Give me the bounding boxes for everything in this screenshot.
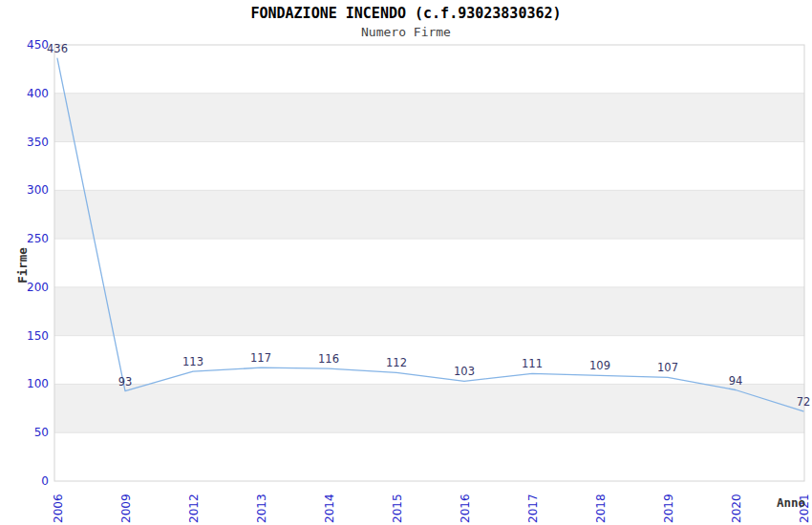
- data-point-label: 117: [250, 351, 271, 365]
- data-point-label: 72: [797, 395, 811, 409]
- data-point-label: 107: [657, 361, 678, 374]
- x-tick-label: 2018: [594, 494, 608, 523]
- y-tick-label: 50: [34, 426, 49, 439]
- y-axis-title: Firme: [15, 247, 30, 284]
- chart-page: { "chart_data": { "type": "line", "title…: [0, 0, 812, 525]
- x-tick-label: 2017: [526, 494, 540, 523]
- data-point-label: 436: [47, 42, 68, 55]
- data-point-label: 94: [729, 374, 743, 388]
- y-tick-label: 350: [27, 136, 49, 149]
- x-tick-label: 2019: [662, 494, 675, 523]
- x-tick-label: 2009: [119, 494, 133, 523]
- x-axis-tick-group: 2006200920122013201420152016201720182019…: [52, 494, 811, 523]
- x-tick-label: 2014: [323, 494, 336, 523]
- background-band: [54, 287, 804, 336]
- y-tick-label: 0: [41, 474, 49, 488]
- x-axis-title: Anno: [777, 495, 805, 510]
- x-tick-label: 2016: [459, 494, 472, 523]
- x-tick-label: 2013: [255, 494, 268, 523]
- data-point-label: 111: [522, 357, 543, 370]
- data-point-label: 109: [589, 359, 610, 372]
- data-point-label: 113: [182, 355, 203, 368]
- y-axis-tick-group: 050100150200250300350400450: [27, 38, 49, 488]
- x-tick-label: 2006: [52, 494, 65, 523]
- data-point-label: 112: [386, 356, 407, 369]
- y-tick-label: 150: [27, 329, 49, 343]
- y-tick-label: 250: [27, 232, 49, 245]
- y-tick-label: 200: [27, 281, 49, 294]
- y-tick-label: 450: [27, 38, 49, 52]
- data-point-label: 103: [454, 365, 475, 378]
- x-tick-label: 2015: [391, 494, 404, 523]
- y-tick-label: 300: [27, 183, 49, 197]
- x-tick-label: 2020: [730, 494, 743, 523]
- data-point-label: 93: [118, 375, 133, 388]
- plot-area: 4369311311711611210311110910794720501001…: [0, 0, 812, 525]
- background-band: [54, 94, 804, 142]
- y-tick-label: 100: [27, 377, 49, 390]
- background-band: [54, 190, 804, 239]
- data-point-label: 116: [318, 352, 339, 366]
- background-band: [54, 384, 804, 432]
- y-tick-label: 400: [27, 87, 49, 100]
- x-tick-label: 2012: [187, 494, 201, 523]
